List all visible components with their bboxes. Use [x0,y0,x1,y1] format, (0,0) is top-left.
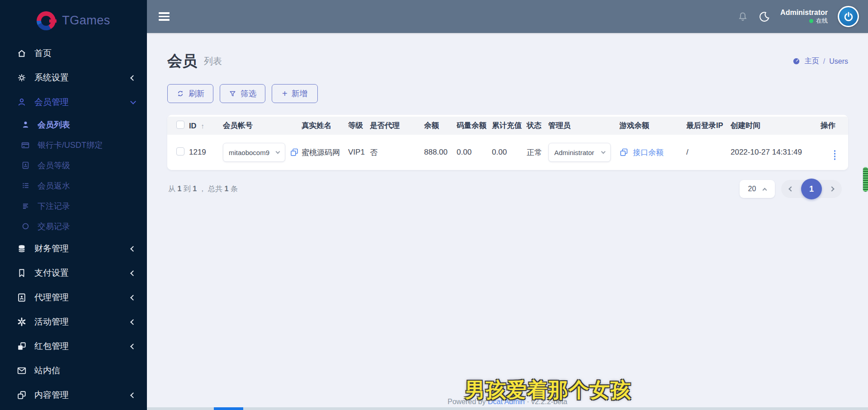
col-game-balance: 游戏余额 [619,117,686,135]
clone-solid-icon [16,341,27,351]
credit-card-icon [21,141,30,150]
page-head: 会员 列表 主页 / Users [167,33,848,71]
online-status-label: 在线 [816,17,828,24]
cell-real-name: 蜜桃源码网 [302,135,348,170]
col-total-deposit: 累计充值 [492,117,527,135]
sidebar-item-home[interactable]: 首页 [0,41,147,66]
plus-icon: + [282,89,288,98]
col-balance: 余额 [424,117,457,135]
sidebar-item-member-rebate[interactable]: 会员返水 [0,175,147,196]
logo-text: TGames [62,14,110,28]
avatar[interactable] [838,6,859,27]
col-is-agent: 是否代理 [370,117,424,135]
chevron-left-icon [130,344,136,349]
col-id: ID↑ [189,117,223,135]
sidebar-item-member-management[interactable]: 会员管理 [0,90,147,114]
vertical-scrollbar-thumb[interactable] [863,167,868,192]
more-actions-icon[interactable] [834,150,836,160]
sidebar-item-system-settings[interactable]: 系统设置 [0,66,147,90]
clone-icon [16,390,27,400]
sidebar-item-bet-records[interactable]: 下注记录 [0,196,147,216]
sidebar-item-activity-management[interactable]: 活动管理 [0,310,147,334]
chevron-down-icon [276,149,280,154]
copy-icon[interactable] [290,148,299,157]
gears-icon [16,73,27,83]
col-account: 会员帐号 [223,117,302,135]
chevron-down-icon [130,99,136,104]
dashboard-icon [792,57,801,66]
sidebar-item-transaction-records[interactable]: 交易记录 [0,216,147,236]
copy-icon[interactable] [619,148,628,157]
sidebar-item-site-mail[interactable]: 站内信 [0,358,147,383]
select-all-checkbox[interactable] [176,121,184,129]
account-select[interactable]: mitaobocom9 [223,143,285,162]
prev-page-button[interactable] [788,186,793,191]
members-table: ID↑ 会员帐号 真实姓名 等级 是否代理 余额 码量余额 累计充值 状态 管理… [167,117,848,170]
chevron-left-icon [130,75,136,81]
per-page-select[interactable]: 20 [740,180,775,198]
breadcrumb: 主页 / Users [792,57,848,66]
breadcrumb-current: Users [829,57,848,66]
sidebar-item-content-management[interactable]: 内容管理 [0,383,147,407]
sidebar-item-finance-management[interactable]: 财务管理 [0,236,147,261]
sidebar-item-payment-settings[interactable]: 支付设置 [0,261,147,285]
col-admin: 管理员 [548,117,619,135]
chevron-down-icon [601,149,606,154]
cell-id: 1219 [189,135,223,170]
pagination-row: 从 1 到 1 ， 总共 1 条 20 1 [167,180,848,198]
cell-admin: Administrator [548,135,619,170]
main-content: 会员 列表 主页 / Users 刷新 筛选 + 新增 [147,33,868,410]
breadcrumb-home-link[interactable]: 主页 [805,57,819,66]
power-logo-icon [839,7,858,26]
add-button[interactable]: + 新增 [272,84,318,103]
pagination-summary: 从 1 到 1 ， 总共 1 条 [168,184,238,194]
page-title: 会员 [167,51,197,71]
sidebar-item-agent-management[interactable]: 代理管理 [0,285,147,310]
chevron-up-icon [763,188,767,192]
sidebar: TGames 首页 系统设置 会员管理 会员列表 银行卡/USDT绑定 会员等级… [0,0,147,410]
sidebar-item-member-list[interactable]: 会员列表 [0,114,147,135]
filter-funnel-icon [229,90,236,98]
page-subtitle: 列表 [204,55,222,67]
user-icon [16,97,27,107]
next-page-button[interactable] [829,186,834,191]
sidebar-item-bankcard-usdt[interactable]: 银行卡/USDT绑定 [0,135,147,155]
table-row: 1219 mitaobocom9 蜜桃源码网 VIP1 否 888.00 0.0… [167,135,848,170]
bell-icon[interactable] [737,11,749,23]
refresh-icon [176,90,184,98]
refresh-button[interactable]: 刷新 [167,84,213,103]
cell-total-deposit: 0.00 [492,135,527,170]
user-solid-icon [21,120,30,129]
sidebar-item-member-level[interactable]: 会员等级 [0,155,147,175]
cell-balance: 888.00 [424,135,457,170]
hamburger-menu-icon[interactable] [159,12,170,21]
col-last-login-ip: 最后登录IP [686,117,731,135]
top-header: Administrator 在线 [147,0,868,33]
cell-last-login-ip: / [686,135,731,170]
sort-asc-icon[interactable]: ↑ [201,122,205,130]
cell-code-balance: 0.00 [457,135,492,170]
user-menu[interactable]: Administrator 在线 [780,8,828,24]
horizontal-scrollbar-thumb[interactable] [214,407,243,410]
admin-select[interactable]: Administrator [548,143,611,162]
burst-icon [16,317,27,327]
row-checkbox[interactable] [176,147,184,156]
cell-status: 正常 [527,135,548,170]
cell-game-balance: 接口余额 [619,135,686,170]
video-subtitle-overlay: 男孩爱着那个女孩 [465,377,631,404]
filter-button[interactable]: 筛选 [220,84,265,103]
cell-account: mitaobocom9 [223,135,302,170]
database-icon [16,244,27,254]
members-table-card: ID↑ 会员帐号 真实姓名 等级 是否代理 余额 码量余额 累计充值 状态 管理… [167,115,848,170]
dark-mode-moon-icon[interactable] [759,11,770,23]
horizontal-scrollbar-track[interactable] [147,407,868,410]
circle-icon [21,222,30,231]
logo[interactable]: TGames [0,0,147,41]
col-code-balance: 码量余额 [457,117,492,135]
id-card-icon [21,161,30,170]
table-header-row: ID↑ 会员帐号 真实姓名 等级 是否代理 余额 码量余额 累计充值 状态 管理… [167,117,848,135]
api-balance-link[interactable]: 接口余额 [633,147,664,158]
sidebar-item-redpacket-management[interactable]: 红包管理 [0,334,147,358]
align-lines-icon [21,202,30,210]
current-page-button[interactable]: 1 [801,179,822,199]
